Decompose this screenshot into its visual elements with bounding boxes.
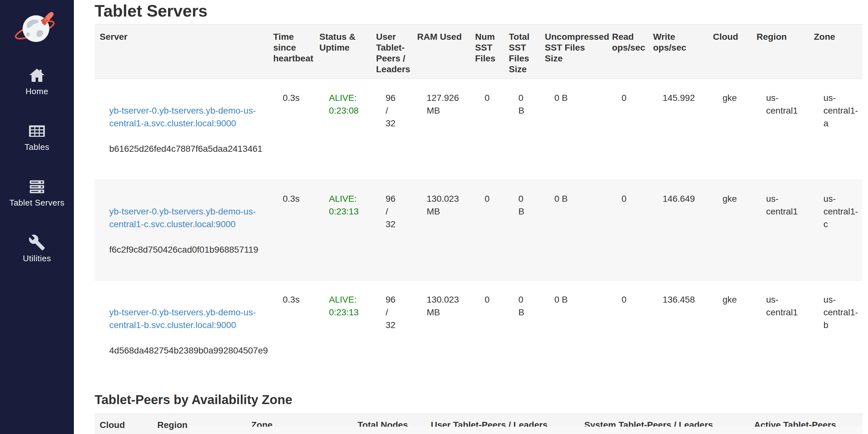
read-ops-cell: 0 bbox=[607, 180, 648, 281]
tserver-link[interactable]: yb-tserver-0.yb-tservers.yb-demo-us- cen… bbox=[109, 205, 263, 231]
col-read-ops: Read ops/sec bbox=[607, 25, 648, 79]
zone-cell: us- central1- b bbox=[809, 281, 862, 381]
read-ops-cell: 0 bbox=[607, 281, 648, 381]
tserver-row: yb-tserver-0.yb-tservers.yb-demo-us- cen… bbox=[95, 180, 862, 281]
sidebar-item-tablet-servers[interactable]: Tablet Servers bbox=[0, 178, 74, 208]
server-cell: yb-tserver-0.yb-tservers.yb-demo-us- cen… bbox=[95, 180, 268, 281]
sidebar-item-tables[interactable]: Tables bbox=[0, 123, 74, 152]
uncompressed-sst-cell: 0 B bbox=[540, 79, 607, 180]
page-title: Tablet Servers bbox=[95, 2, 862, 20]
cloud-cell: gke bbox=[708, 180, 751, 281]
tables-icon bbox=[28, 123, 45, 140]
col-cloud: Cloud bbox=[708, 25, 751, 79]
region-cell: us- central1 bbox=[751, 180, 809, 281]
section-title-tablet-peers: Tablet-Peers by Availability Zone bbox=[95, 392, 862, 407]
col-ram: RAM Used bbox=[412, 25, 470, 79]
yugabytedb-logo[interactable] bbox=[13, 6, 61, 47]
col-cloud: Cloud bbox=[95, 414, 152, 434]
region-cell: us- central1 bbox=[751, 79, 809, 180]
main-content: Tablet Servers Server Time since heartbe… bbox=[74, 0, 868, 434]
write-ops-cell: 145.992 bbox=[648, 79, 708, 180]
tablet-servers-table: Server Time since heartbeat Status & Upt… bbox=[95, 24, 862, 381]
sidebar: Home Tables bbox=[0, 0, 74, 434]
zone-cell: us- central1- c bbox=[809, 180, 862, 281]
user-peers-cell: 96 / 32 bbox=[371, 79, 412, 180]
heartbeat-cell: 0.3s bbox=[268, 79, 314, 180]
col-region: Region bbox=[751, 25, 809, 79]
total-sst-cell: 0 B bbox=[504, 281, 540, 381]
tablet-servers-header-row: Server Time since heartbeat Status & Upt… bbox=[95, 25, 862, 79]
read-ops-cell: 0 bbox=[607, 79, 648, 180]
tserver-row: yb-tserver-0.yb-tservers.yb-demo-us- cen… bbox=[95, 79, 862, 180]
write-ops-cell: 136.458 bbox=[648, 281, 708, 381]
home-icon bbox=[28, 67, 45, 84]
tserver-row: yb-tserver-0.yb-tservers.yb-demo-us- cen… bbox=[95, 281, 862, 381]
status-cell: ALIVE: 0:23:13 bbox=[314, 180, 371, 281]
user-peers-cell: 96 / 32 bbox=[371, 180, 412, 281]
col-num-sst: Num SST Files bbox=[470, 25, 504, 79]
col-zone: Zone bbox=[809, 25, 862, 79]
partial-next-row-stripe bbox=[190, 427, 862, 434]
col-total-sst: Total SST Files Size bbox=[504, 25, 540, 79]
col-heartbeat: Time since heartbeat bbox=[268, 25, 314, 79]
sidebar-item-label: Utilities bbox=[23, 254, 51, 263]
status-cell: ALIVE: 0:23:13 bbox=[314, 281, 371, 381]
sidebar-item-home[interactable]: Home bbox=[0, 67, 74, 96]
num-sst-cell: 0 bbox=[470, 281, 504, 381]
num-sst-cell: 0 bbox=[470, 79, 504, 180]
tserver-link[interactable]: yb-tserver-0.yb-tservers.yb-demo-us- cen… bbox=[109, 306, 263, 332]
heartbeat-cell: 0.3s bbox=[268, 281, 314, 381]
ram-cell: 130.023 MB bbox=[412, 180, 470, 281]
server-cell: yb-tserver-0.yb-tservers.yb-demo-us- cen… bbox=[95, 281, 268, 381]
uncompressed-sst-cell: 0 B bbox=[540, 180, 607, 281]
total-sst-cell: 0 B bbox=[504, 180, 540, 281]
total-sst-cell: 0 B bbox=[504, 79, 540, 180]
ram-cell: 127.926 MB bbox=[412, 79, 470, 180]
sidebar-item-label: Home bbox=[26, 87, 48, 96]
status-cell: ALIVE: 0:23:08 bbox=[314, 79, 371, 180]
num-sst-cell: 0 bbox=[470, 180, 504, 281]
sidebar-item-label: Tables bbox=[25, 142, 49, 152]
wrench-icon bbox=[28, 234, 45, 251]
sidebar-item-utilities[interactable]: Utilities bbox=[0, 234, 74, 263]
sidebar-nav: Home Tables bbox=[0, 67, 74, 290]
ram-cell: 130.023 MB bbox=[412, 281, 470, 381]
tablet-servers-icon bbox=[28, 178, 45, 195]
region-cell: us- central1 bbox=[751, 281, 809, 381]
user-peers-cell: 96 / 32 bbox=[371, 281, 412, 381]
tserver-link[interactable]: yb-tserver-0.yb-tservers.yb-demo-us- cen… bbox=[109, 104, 263, 130]
write-ops-cell: 146.649 bbox=[648, 180, 708, 281]
zone-cell: us- central1- a bbox=[809, 79, 862, 180]
uncompressed-sst-cell: 0 B bbox=[540, 281, 607, 381]
cloud-cell: gke bbox=[708, 79, 751, 180]
heartbeat-cell: 0.3s bbox=[268, 180, 314, 281]
col-user-peers: User Tablet-Peers / Leaders bbox=[371, 25, 412, 79]
col-write-ops: Write ops/sec bbox=[648, 25, 708, 79]
cloud-cell: gke bbox=[708, 281, 751, 381]
server-cell: yb-tserver-0.yb-tservers.yb-demo-us- cen… bbox=[95, 79, 268, 180]
sidebar-item-label: Tablet Servers bbox=[9, 198, 64, 208]
tserver-uuid: b61625d26fed4c7887f6a5daa2413461 bbox=[109, 142, 263, 155]
tserver-uuid: 4d568da482754b2389b0a992804507e9 bbox=[109, 344, 263, 357]
col-uncompressed-sst: Uncompressed SST Files Size bbox=[540, 25, 607, 79]
tserver-uuid: f6c2f9c8d750426cad0f01b968857119 bbox=[109, 243, 263, 256]
col-server: Server bbox=[95, 25, 268, 79]
col-status: Status & Uptime bbox=[314, 25, 371, 79]
